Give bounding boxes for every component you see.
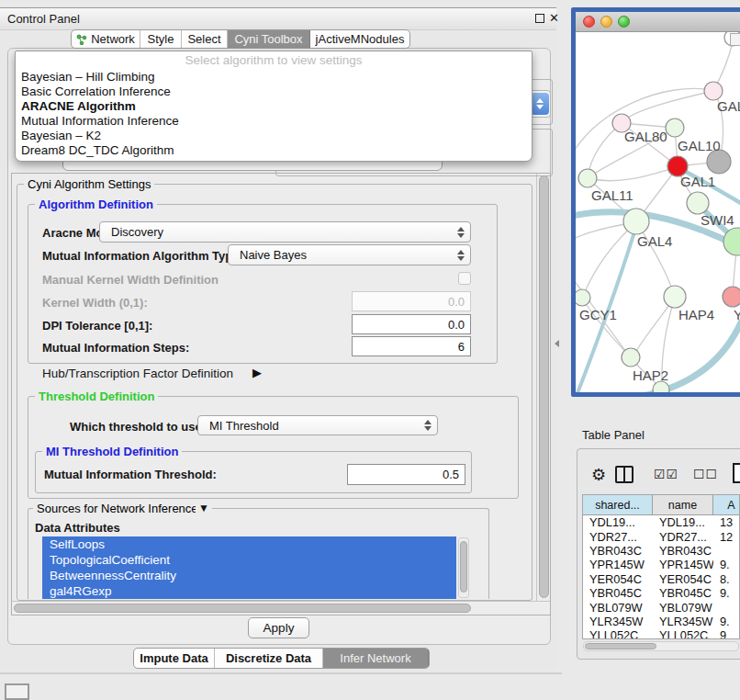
tab-style[interactable]: Style (140, 30, 182, 48)
collapse-open-icon[interactable]: ▼ (196, 502, 212, 514)
settings-vscrollbar[interactable] (536, 174, 550, 602)
manual-kernel-checkbox[interactable] (458, 272, 471, 285)
network-node[interactable] (578, 169, 597, 187)
tab-label: Impute Data (140, 651, 207, 665)
control-panel-tabs: Network Style Select Cyni Toolbox jActiv… (71, 29, 410, 49)
panel-collapse-handle[interactable] (555, 340, 559, 347)
zoom-traffic-light[interactable] (618, 16, 630, 28)
vscroll-thumb[interactable] (539, 175, 549, 598)
dpi-tolerance-label: DPI Tolerance [0,1]: (42, 319, 152, 333)
tab-cyni-toolbox[interactable]: Cyni Toolbox (228, 30, 310, 48)
collapse-closed-icon[interactable]: ▶ (252, 366, 262, 379)
combo-value: MI Threshold (198, 419, 421, 433)
hscroll-thumb[interactable] (14, 604, 471, 613)
table-cell: YBL079W (653, 601, 713, 615)
table-hscrollbar[interactable] (583, 641, 739, 651)
close-panel-icon[interactable]: ✕ (549, 11, 559, 25)
table-row[interactable]: YBL079WYBL079W (583, 600, 739, 614)
column-header[interactable]: name (653, 495, 713, 515)
table-row[interactable]: YLR345WYLR345W9. (583, 615, 739, 628)
network-node[interactable] (576, 289, 590, 306)
gear-icon[interactable]: ⚙ (591, 465, 606, 485)
algorithm-option[interactable]: Bayesian – Hill Climbing (16, 70, 532, 85)
table-body: YDL19...YDL19...13YDR27...YDR27...12YBR0… (583, 515, 739, 639)
which-threshold-combo[interactable]: MI Threshold (197, 415, 438, 435)
tab-infer-network[interactable]: Infer Network (323, 649, 429, 668)
data-attribute-item[interactable]: gal4RGexp (42, 583, 456, 599)
attributes-vscrollbar[interactable] (458, 537, 469, 598)
column-header[interactable]: shared... (583, 495, 653, 515)
cyni-settings-title: Cyni Algorithm Settings (24, 177, 154, 191)
kernel-width-input[interactable]: 0.0 (352, 291, 471, 311)
network-node[interactable] (623, 209, 649, 234)
attr-vscroll-thumb[interactable] (460, 541, 467, 593)
algorithm-option[interactable]: Bayesian – K2 (16, 129, 532, 143)
tab-label: Discretize Data (226, 651, 311, 665)
mi-algorithm-type-combo[interactable]: Naive Bayes (228, 244, 471, 265)
table-row[interactable]: YLL052CYLL052C9 (583, 628, 739, 639)
mi-threshold-group-title: MI Threshold Definition (42, 445, 182, 458)
network-node[interactable] (664, 286, 686, 308)
tab-label: Infer Network (340, 651, 410, 665)
network-window-titlebar[interactable] (576, 12, 740, 32)
table-row[interactable]: YBR045CYBR045C9. (583, 586, 739, 600)
data-attributes-list: SelfLoopsTopologicalCoefficientBetweenne… (42, 536, 456, 599)
node-label: GAL8 (717, 98, 740, 114)
data-attribute-item[interactable]: SelfLoops (42, 536, 456, 552)
columns-icon[interactable] (615, 466, 633, 483)
network-canvas[interactable]: GAL8GAL80GAL10GAL1GAL11SWI4GAL4GCY1HAP4Y… (576, 32, 740, 392)
float-panel-icon[interactable] (535, 14, 544, 23)
table-cell: YDL19... (653, 515, 713, 529)
minimize-traffic-light[interactable] (600, 16, 612, 28)
algorithm-option[interactable]: Basic Correlation Inference (16, 85, 532, 99)
aracne-mode-combo[interactable]: Discovery (99, 221, 471, 243)
settings-hscrollbar[interactable] (12, 601, 550, 615)
data-attribute-item[interactable]: BetweennessCentrality (42, 568, 456, 583)
column-header[interactable]: A (713, 495, 740, 515)
mi-steps-input[interactable]: 6 (352, 336, 471, 356)
checked-boxes-icon[interactable]: ☑☑ (654, 467, 678, 481)
apply-button[interactable]: Apply (248, 617, 309, 638)
table-row[interactable]: YBR043CYBR043C (583, 544, 739, 558)
network-edge[interactable] (633, 298, 675, 356)
cyni-mode-tabs: Impute Data Discretize Data Infer Networ… (133, 648, 430, 669)
table-row[interactable]: YPR145WYPR145W9. (583, 558, 739, 571)
data-attribute-item[interactable]: TopologicalCoefficient (42, 552, 456, 568)
mi-threshold-input[interactable]: 0.5 (347, 464, 465, 485)
network-node[interactable] (704, 82, 723, 100)
hub-section-label[interactable]: Hub/Transcription Factor Definition (42, 367, 233, 380)
table-row[interactable]: YDR27...YDR27...12 (583, 529, 739, 543)
tab-discretize-data[interactable]: Discretize Data (215, 649, 323, 668)
algorithm-option[interactable]: Dream8 DC_TDC Algorithm (16, 143, 532, 158)
tab-select[interactable]: Select (182, 30, 228, 48)
algorithm-option[interactable]: ARACNE Algorithm (16, 99, 532, 114)
tab-network[interactable]: Network (72, 30, 140, 48)
combo-value: Discovery (100, 225, 454, 239)
network-node[interactable] (666, 119, 684, 137)
close-traffic-light[interactable] (583, 16, 595, 28)
file-icon[interactable] (733, 463, 740, 483)
table-row[interactable]: YDL19...YDL19...13 (583, 515, 739, 529)
dpi-tolerance-input[interactable]: 0.0 (352, 314, 471, 334)
network-edge[interactable] (583, 222, 636, 297)
node-label: Y (734, 307, 740, 322)
tab-impute-data[interactable]: Impute Data (134, 649, 215, 668)
table-hscroll-thumb[interactable] (585, 643, 656, 649)
sources-title: Sources for Network Inference (33, 502, 202, 515)
tab-jactivemnodules[interactable]: jActiveMNodules (310, 30, 409, 48)
network-node[interactable] (723, 287, 740, 307)
cut-panel-fragment (5, 683, 29, 700)
algorithm-definition-title: Algorithm Definition (35, 198, 157, 211)
algorithm-option[interactable]: Mutual Information Inference (16, 114, 532, 129)
table-cell: YPR145W (583, 558, 653, 571)
network-node[interactable] (687, 192, 709, 214)
table-cell: YLL052C (653, 628, 713, 639)
node-label: GAL10 (678, 138, 721, 153)
table-cell: YBR045C (583, 586, 653, 600)
unchecked-boxes-icon[interactable]: ☐☐ (693, 467, 718, 481)
table-row[interactable]: YER054CYER054C8. (583, 572, 739, 586)
table-cell: 8. (713, 572, 740, 586)
tab-label: Network (91, 32, 135, 46)
network-edge[interactable] (625, 91, 713, 119)
network-node[interactable] (622, 348, 640, 367)
